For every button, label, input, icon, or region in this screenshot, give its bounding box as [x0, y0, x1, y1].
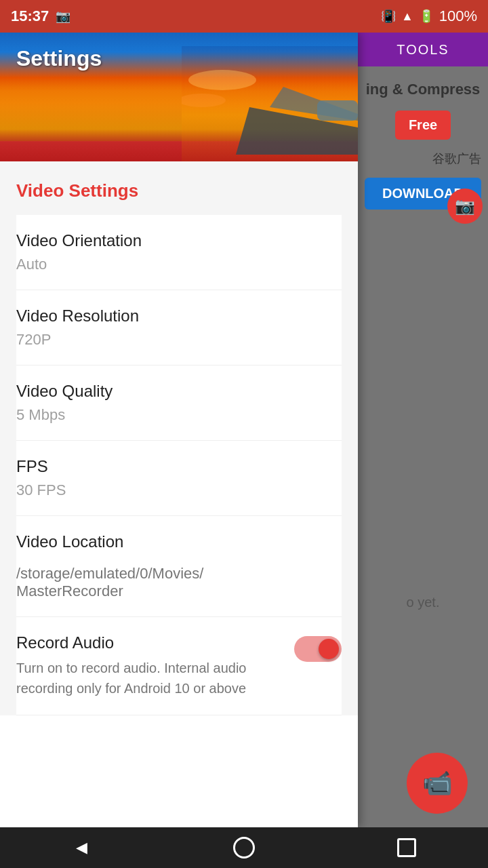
video-location-label: Video Location — [16, 532, 342, 551]
video-quality-item[interactable]: Video Quality 5 Mbps — [16, 366, 342, 441]
svg-rect-3 — [317, 100, 358, 121]
video-resolution-label: Video Resolution — [16, 307, 342, 326]
airplane-image — [182, 46, 358, 161]
fps-item[interactable]: FPS 30 FPS — [16, 441, 342, 516]
fps-value: 30 FPS — [16, 481, 342, 499]
battery-icon: 🔋 — [419, 9, 434, 24]
tools-bar: TOOLS — [358, 33, 488, 66]
settings-title: Settings — [16, 46, 102, 71]
settings-panel: Settings Video Settings Video Orientatio… — [0, 33, 358, 827]
svg-point-4 — [188, 70, 256, 90]
record-audio-text: Record Audio Turn on to record audio. In… — [16, 633, 283, 698]
camera-status-icon: 📷 — [56, 9, 70, 24]
home-button[interactable] — [224, 834, 264, 861]
record-fab[interactable]: 📹 — [407, 753, 468, 814]
video-location-value: /storage/emulated/0/Movies/MasterRecorde… — [16, 565, 342, 600]
tools-label: TOOLS — [396, 42, 449, 58]
video-location-item[interactable]: Video Location /storage/emulated/0/Movie… — [16, 516, 342, 617]
bg-camera-fab: 📷 — [447, 189, 483, 224]
record-audio-toggle-container — [294, 633, 342, 662]
free-button[interactable]: Free — [395, 111, 451, 140]
video-settings-section-title: Video Settings — [16, 161, 342, 215]
record-audio-desc: Turn on to record audio. Internal audio … — [16, 658, 283, 698]
nav-bar — [0, 827, 488, 868]
status-left: 15:37 📷 — [11, 7, 70, 25]
status-time: 15:37 — [11, 7, 49, 25]
record-audio-row: Record Audio Turn on to record audio. In… — [16, 633, 342, 698]
ad-content: ing & Compress Free 谷歌广告 DOWNLOAD 📷 o ye… — [358, 66, 488, 827]
record-audio-label: Record Audio — [16, 633, 283, 652]
video-resolution-item[interactable]: Video Resolution 720P — [16, 290, 342, 366]
battery-percent: 100% — [439, 7, 477, 25]
record-audio-item[interactable]: Record Audio Turn on to record audio. In… — [16, 617, 342, 715]
settings-content: Video Settings Video Orientation Auto Vi… — [0, 161, 358, 715]
video-orientation-label: Video Orientation — [16, 231, 342, 250]
video-quality-value: 5 Mbps — [16, 406, 342, 424]
compress-text: ing & Compress — [366, 80, 481, 100]
settings-header: Settings — [0, 33, 358, 161]
toggle-knob — [319, 639, 339, 659]
ad-label: 谷歌广告 — [365, 151, 481, 167]
status-bar: 15:37 📷 📳 ▲ 🔋 100% — [0, 0, 488, 33]
wifi-icon: ▲ — [401, 9, 413, 24]
vibrate-icon: 📳 — [381, 9, 396, 24]
no-content-text: o yet. — [358, 595, 488, 610]
video-orientation-value: Auto — [16, 256, 342, 273]
fps-label: FPS — [16, 457, 342, 476]
back-button[interactable] — [61, 834, 102, 861]
video-quality-label: Video Quality — [16, 382, 342, 401]
status-right: 📳 ▲ 🔋 100% — [381, 7, 477, 25]
record-audio-toggle[interactable] — [294, 636, 342, 662]
video-orientation-item[interactable]: Video Orientation Auto — [16, 215, 342, 290]
recents-button[interactable] — [386, 834, 427, 861]
video-resolution-value: 720P — [16, 331, 342, 349]
